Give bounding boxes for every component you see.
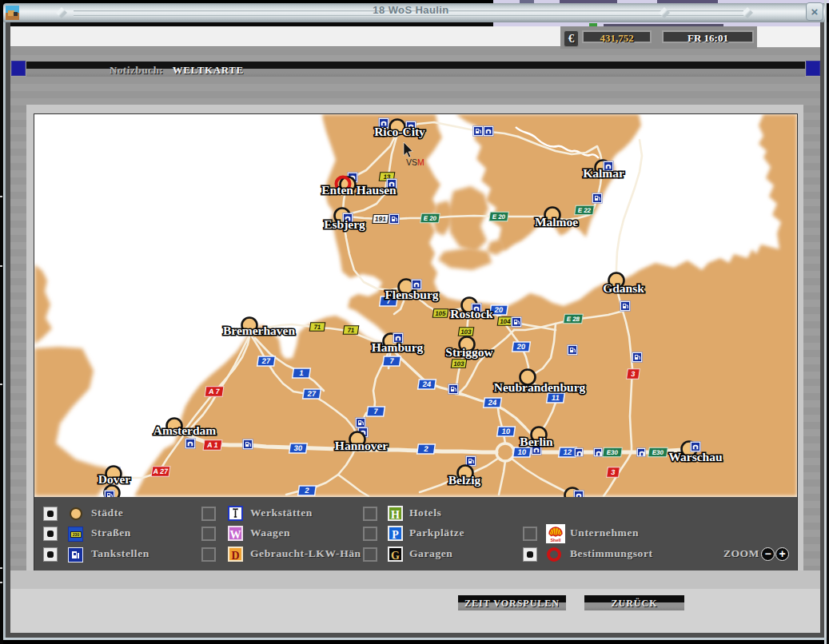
svg-text:E 20: E 20 <box>423 215 437 222</box>
svg-text:Malmoe: Malmoe <box>535 215 578 229</box>
svg-text:Rostock: Rostock <box>450 307 493 320</box>
svg-text:E 28: E 28 <box>566 316 580 323</box>
svg-text:191: 191 <box>374 215 387 223</box>
svg-text:VSM: VSM <box>406 157 424 167</box>
svg-text:E 20: E 20 <box>492 213 506 221</box>
svg-text:Bremerhaven: Bremerhaven <box>223 324 295 337</box>
svg-text:Flensburg: Flensburg <box>385 288 438 301</box>
svg-text:Warschau: Warschau <box>668 450 723 463</box>
svg-text:Shell: Shell <box>550 538 561 543</box>
svg-text:E30: E30 <box>606 449 619 456</box>
svg-text:Neubrandenburg: Neubrandenburg <box>494 380 586 394</box>
svg-text:E 22: E 22 <box>577 207 592 214</box>
svg-text:27: 27 <box>261 356 271 365</box>
svg-text:20: 20 <box>516 342 526 351</box>
svg-text:71: 71 <box>313 324 322 331</box>
svg-text:Striggow: Striggow <box>445 345 493 359</box>
svg-text:27: 27 <box>307 389 317 398</box>
svg-text:Amsterdam: Amsterdam <box>153 423 216 437</box>
svg-text:Enten Hausen: Enten Hausen <box>321 183 397 197</box>
svg-text:A 1: A 1 <box>206 441 218 449</box>
svg-text:E30: E30 <box>652 449 664 456</box>
svg-text:10: 10 <box>517 447 527 456</box>
svg-text:10: 10 <box>501 427 511 435</box>
svg-text:Rico-City: Rico-City <box>374 125 425 138</box>
svg-text:20: 20 <box>494 305 504 314</box>
svg-text:Gdansk: Gdansk <box>603 281 644 295</box>
svg-text:A 7: A 7 <box>208 388 220 396</box>
svg-text:104: 104 <box>500 318 512 325</box>
svg-text:Kalmar: Kalmar <box>583 166 624 180</box>
svg-text:Belzig: Belzig <box>448 473 481 487</box>
svg-text:Hannover: Hannover <box>335 439 388 452</box>
svg-text:103: 103 <box>460 328 472 336</box>
svg-text:12: 12 <box>563 447 572 456</box>
svg-text:Dover: Dover <box>98 472 131 486</box>
svg-text:Berlin: Berlin <box>520 435 553 448</box>
svg-text:Esbjerg: Esbjerg <box>324 217 365 231</box>
svg-text:103: 103 <box>453 360 465 368</box>
svg-text:105: 105 <box>435 310 447 317</box>
svg-text:30: 30 <box>293 443 303 452</box>
svg-text:71: 71 <box>347 327 356 334</box>
svg-text:A 27: A 27 <box>153 467 169 475</box>
svg-text:Hamburg: Hamburg <box>372 340 424 354</box>
